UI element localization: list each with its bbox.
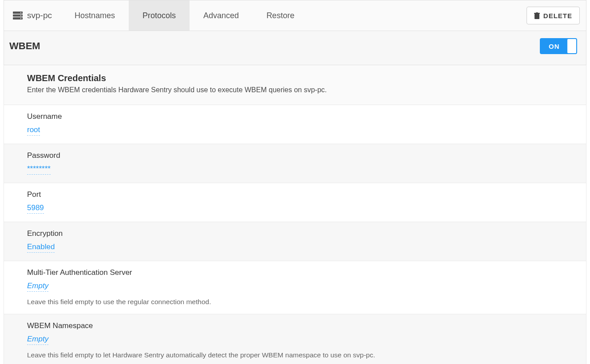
tab-restore[interactable]: Restore: [253, 0, 308, 31]
tab-label: Restore: [266, 11, 294, 20]
section-header: WBEM ON: [4, 31, 586, 65]
tab-label: Advanced: [203, 11, 239, 20]
host-name: svp-pc: [27, 11, 52, 20]
field-help: Leave this field empty to let Hardware S…: [27, 351, 577, 359]
section-title: WBEM: [9, 40, 40, 52]
wbem-toggle[interactable]: ON: [540, 38, 577, 54]
field-namespace: WBEM Namespace Empty Leave this field em…: [4, 314, 586, 364]
multitier-value[interactable]: Empty: [27, 282, 48, 292]
username-value[interactable]: root: [27, 125, 40, 136]
field-help: Leave this field empty to use the regula…: [27, 298, 577, 306]
field-label: Password: [27, 151, 577, 160]
tab-label: Protocols: [143, 11, 176, 20]
tab-hostnames[interactable]: Hostnames: [61, 0, 129, 31]
delete-label: DELETE: [543, 12, 572, 20]
port-value[interactable]: 5989: [27, 204, 44, 214]
password-value[interactable]: ********: [27, 164, 51, 175]
svg-rect-6: [535, 14, 539, 19]
tabs-bar: svp-pc Hostnames Protocols Advanced Rest…: [4, 0, 586, 31]
field-label: Username: [27, 112, 577, 121]
svg-point-3: [20, 12, 21, 13]
trash-icon: [534, 12, 540, 19]
field-multitier: Multi-Tier Authentication Server Empty L…: [4, 261, 586, 314]
field-label: Multi-Tier Authentication Server: [27, 268, 577, 277]
host-indicator: svp-pc: [4, 0, 61, 31]
field-encryption: Encryption Enabled: [4, 222, 586, 261]
toggle-knob: [567, 39, 576, 53]
tab-advanced[interactable]: Advanced: [190, 0, 253, 31]
svg-point-4: [20, 15, 21, 16]
credentials-title: WBEM Credentials: [27, 73, 577, 83]
svg-point-5: [20, 18, 21, 19]
namespace-value[interactable]: Empty: [27, 335, 48, 345]
field-label: Encryption: [27, 229, 577, 238]
field-label: WBEM Namespace: [27, 321, 577, 330]
toggle-state-label: ON: [541, 43, 560, 50]
credentials-description: Enter the WBEM credentials Hardware Sent…: [27, 86, 577, 94]
tab-protocols[interactable]: Protocols: [129, 0, 190, 31]
field-password: Password ********: [4, 144, 586, 183]
field-username: Username root: [4, 105, 586, 144]
tab-label: Hostnames: [75, 11, 115, 20]
delete-button[interactable]: DELETE: [527, 7, 580, 24]
page: svp-pc Hostnames Protocols Advanced Rest…: [0, 0, 590, 364]
svg-rect-8: [536, 12, 538, 13]
encryption-value[interactable]: Enabled: [27, 243, 55, 253]
server-icon: [13, 12, 23, 20]
field-label: Port: [27, 190, 577, 199]
credentials-block: WBEM Credentials Enter the WBEM credenti…: [4, 65, 586, 105]
field-port: Port 5989: [4, 183, 586, 222]
